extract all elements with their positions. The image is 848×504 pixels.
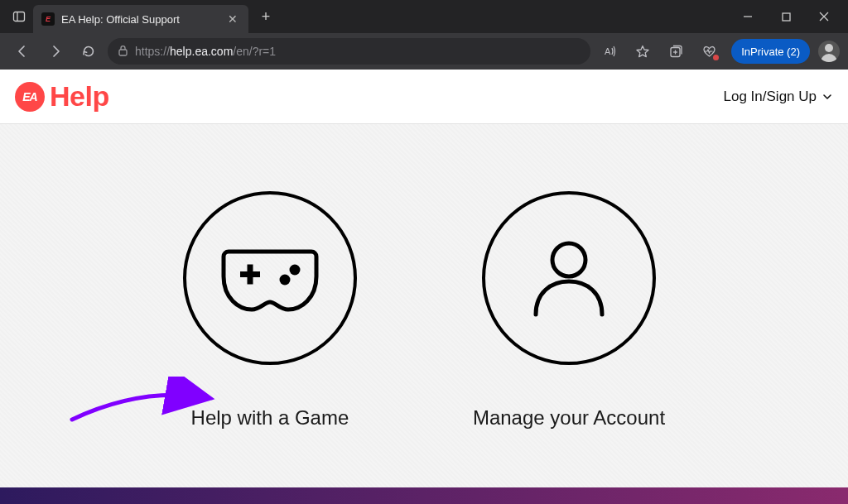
gamepad-circle-icon <box>183 191 357 365</box>
profile-avatar-icon[interactable] <box>818 41 840 62</box>
help-with-game-option[interactable]: Help with a Game <box>183 191 357 430</box>
svg-point-13 <box>289 264 300 275</box>
manage-account-option[interactable]: Manage your Account <box>473 191 665 430</box>
minimize-button[interactable] <box>729 0 767 33</box>
login-label: Log In/Sign Up <box>724 89 817 105</box>
inprivate-badge[interactable]: InPrivate (2) <box>731 39 810 64</box>
tab-close-icon[interactable]: ✕ <box>225 12 240 26</box>
back-button[interactable] <box>8 37 36 65</box>
forward-button[interactable] <box>41 37 70 65</box>
ea-help-logo[interactable]: EA Help <box>15 80 109 113</box>
page-content: EA Help Log In/Sign Up Help with a Gam <box>0 70 848 487</box>
help-options-area: Help with a Game Manage your Account <box>0 124 848 487</box>
svg-point-15 <box>552 243 585 276</box>
logo-help-text: Help <box>50 80 109 113</box>
url-text: https://help.ea.com/en/?r=1 <box>135 45 276 58</box>
ea-badge-icon: EA <box>15 82 45 112</box>
svg-rect-0 <box>14 12 25 22</box>
inprivate-label: InPrivate (2) <box>741 46 800 58</box>
window-titlebar: E EA Help: Official Support ✕ + <box>0 0 848 33</box>
tab-title: EA Help: Official Support <box>61 13 180 26</box>
collections-icon[interactable] <box>662 37 690 65</box>
login-signup-link[interactable]: Log In/Sign Up <box>724 89 833 105</box>
svg-rect-3 <box>783 13 790 21</box>
address-bar[interactable]: https://help.ea.com/en/?r=1 <box>108 38 590 65</box>
new-tab-button[interactable]: + <box>253 4 278 29</box>
heartbeat-icon[interactable] <box>695 37 723 65</box>
svg-text:A: A <box>605 46 611 56</box>
tab-favicon-icon: E <box>41 12 55 26</box>
maximize-button[interactable] <box>767 0 805 33</box>
help-with-game-label: Help with a Game <box>191 406 349 430</box>
favorite-icon[interactable] <box>629 37 657 65</box>
svg-rect-12 <box>247 264 253 284</box>
browser-toolbar: https://help.ea.com/en/?r=1 A InPrivate … <box>0 33 848 70</box>
person-circle-icon <box>482 191 656 365</box>
site-header: EA Help Log In/Sign Up <box>0 70 848 124</box>
lock-icon <box>118 45 128 59</box>
svg-point-14 <box>279 274 290 285</box>
browser-tab[interactable]: E EA Help: Official Support ✕ <box>33 5 248 33</box>
close-window-button[interactable] <box>805 0 843 33</box>
refresh-button[interactable] <box>75 37 103 65</box>
window-controls <box>729 0 843 33</box>
chevron-down-icon <box>822 91 833 103</box>
manage-account-label: Manage your Account <box>473 406 665 430</box>
read-aloud-icon[interactable]: A <box>595 37 624 65</box>
footer-strip <box>0 487 848 504</box>
svg-rect-6 <box>119 50 127 55</box>
tab-actions-icon[interactable] <box>5 2 33 31</box>
